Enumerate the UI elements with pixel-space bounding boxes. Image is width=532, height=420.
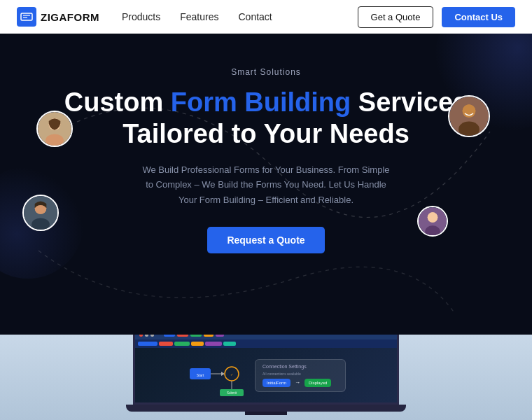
laptop-body: Start ✓ Submit Connection Settings All c…	[133, 335, 399, 405]
hero-title-accent: Form Building	[171, 88, 351, 117]
get-quote-button[interactable]: Get a Quote	[358, 6, 434, 28]
avatar-4	[417, 206, 448, 237]
hero-subtitle: We Build Professional Forms for Your Bus…	[140, 162, 392, 207]
toolbar-btn-2[interactable]	[159, 342, 173, 346]
toolbar-btn-3[interactable]	[174, 342, 190, 346]
tab-dot-1	[139, 335, 143, 337]
nav-products[interactable]: Products	[122, 11, 160, 22]
hero-section: Smart Solutions Custom Form Building Ser…	[0, 34, 532, 335]
tab-dot-2	[145, 335, 148, 337]
nav-features[interactable]: Features	[180, 11, 218, 22]
svg-text:Submit: Submit	[227, 391, 237, 395]
contact-us-button[interactable]: Contact Us	[442, 7, 515, 27]
connection-subtitle: All connections available	[262, 372, 338, 376]
tab-dot-3	[150, 335, 154, 337]
avatar-3	[22, 195, 59, 231]
node-initial: InitialForm	[262, 379, 290, 387]
laptop-toolbar	[135, 340, 397, 348]
topbar-pill-5	[216, 335, 224, 337]
toolbar-btn-6[interactable]	[223, 342, 236, 346]
hero-title-part1: Custom	[64, 88, 171, 117]
topbar-pill-3	[190, 335, 202, 337]
connection-settings-box: Connection Settings All connections avai…	[255, 359, 346, 392]
toolbar-btn-4[interactable]	[191, 342, 204, 346]
logo-icon	[17, 7, 36, 27]
flow-diagram: Start ✓ Submit	[186, 354, 249, 396]
hero-tag: Smart Solutions	[231, 67, 301, 77]
request-quote-button[interactable]: Request a Quote	[207, 227, 324, 253]
svg-point-18	[428, 212, 438, 223]
conn-arrow-icon: →	[295, 379, 300, 386]
nav-actions: Get a Quote Contact Us	[358, 6, 515, 28]
hero-title-line2: Tailored to Your Needs	[122, 119, 410, 148]
topbar-pill-2	[177, 335, 188, 337]
logo-text: ZIGAFORM	[41, 11, 99, 23]
laptop-stand	[245, 412, 287, 415]
node-displayed: Displayed	[304, 379, 331, 387]
laptop-main-area: Start ✓ Submit Connection Settings All c…	[135, 348, 397, 402]
connection-title: Connection Settings	[262, 364, 338, 369]
svg-rect-0	[21, 13, 32, 20]
avatar-2	[448, 95, 490, 137]
nav-links: Products Features Contact	[122, 11, 358, 22]
laptop-screen: Start ✓ Submit Connection Settings All c…	[135, 335, 397, 402]
laptop: Start ✓ Submit Connection Settings All c…	[119, 335, 413, 419]
logo[interactable]: ZIGAFORM	[17, 7, 99, 27]
hero-title: Custom Form Building Services Tailored t…	[64, 87, 468, 150]
bottom-section: Start ✓ Submit Connection Settings All c…	[0, 335, 532, 420]
nav-contact[interactable]: Contact	[239, 11, 272, 22]
avatar-1	[36, 111, 73, 147]
svg-text:✓: ✓	[230, 372, 233, 377]
topbar-pill-4	[204, 335, 214, 337]
topbar-pill-1	[164, 335, 175, 337]
toolbar-btn-5[interactable]	[205, 342, 222, 346]
connection-row: InitialForm → Displayed	[262, 379, 338, 387]
laptop-topbar	[135, 335, 397, 340]
laptop-base	[126, 405, 406, 412]
navbar: ZIGAFORM Products Features Contact Get a…	[0, 0, 532, 34]
toolbar-btn-1[interactable]	[138, 342, 158, 346]
svg-text:Start: Start	[197, 373, 204, 377]
